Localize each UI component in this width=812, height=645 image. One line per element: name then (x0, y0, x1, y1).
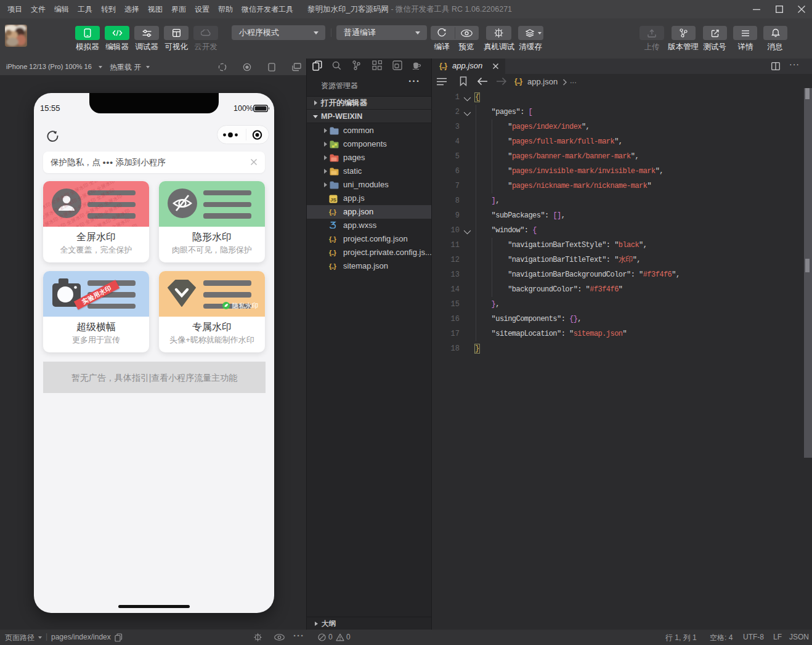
svg-text:JS: JS (330, 197, 336, 203)
